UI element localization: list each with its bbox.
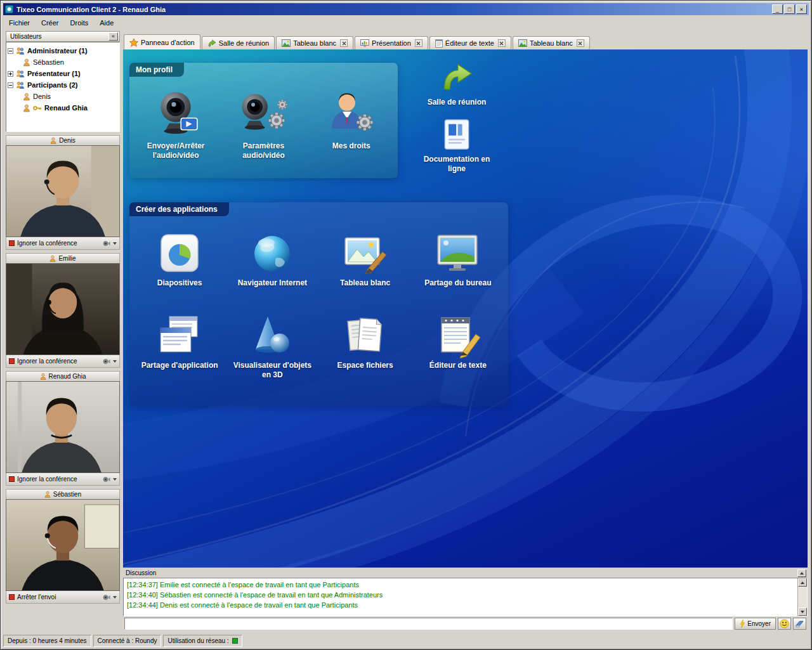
app-icon (5, 5, 13, 13)
users-sidebar: Utilisateurs « Administrateur (1) (6, 31, 120, 633)
tree-item-label: Participants (2) (27, 81, 77, 89)
menu-fichier[interactable]: Fichier (3, 17, 36, 29)
close-icon (499, 41, 504, 46)
clear-chat-button[interactable] (793, 618, 806, 630)
scroll-up-button[interactable] (798, 578, 807, 587)
tree-item-presentateur[interactable]: Présentateur (1) (8, 68, 118, 79)
video-name-bar: Emilie (6, 253, 120, 263)
video-action-label: Ignorer la conférence (17, 358, 77, 365)
app-window: Tixeo Communication Client 2 - Renaud Gh… (0, 0, 812, 650)
video-block-emilie: Emilie Ignorer la confére (6, 253, 120, 368)
tree-item-participants[interactable]: Participants (2) (8, 79, 118, 91)
chevron-down-icon[interactable] (113, 596, 117, 599)
tree-item-label: Administrateur (1) (27, 47, 88, 55)
chevron-down-icon[interactable] (113, 360, 117, 363)
menu-droits[interactable]: Droits (65, 17, 95, 29)
chevron-down-icon[interactable] (113, 478, 117, 481)
user-icon (23, 93, 30, 101)
tab-salle-de-reunion[interactable]: Salle de réunion (202, 36, 275, 49)
chat-scrollbar[interactable] (797, 578, 807, 616)
app-visualisateur-3d[interactable]: Visualisateur d'objets en 3D (226, 305, 318, 380)
tree-item-label: Sébastien (33, 58, 64, 66)
item-label: Diapositives (157, 278, 202, 297)
my-rights-button[interactable]: Mes droits (308, 82, 395, 160)
chat-message: [12:34:40] Sébastien est connecté à l'es… (127, 590, 794, 600)
app-tableau-blanc[interactable]: Tableau blanc (319, 223, 412, 297)
video-block-sebastien: Sébastien Arrêter l'envoi (6, 489, 120, 604)
tab-label: Salle de réunion (219, 39, 270, 47)
ignore-conference-button[interactable]: Ignorer la conférence (6, 355, 120, 368)
tree-item-administrateur[interactable]: Administrateur (1) (8, 45, 118, 56)
av-settings-button[interactable]: Paramètres audio/vidéo (219, 82, 307, 160)
webcam-video (6, 146, 119, 237)
chat-message: [12:34:44] Denis est connecté à l'espace… (127, 600, 794, 610)
tab-editeur-de-texte[interactable]: Éditeur de texte (429, 36, 511, 49)
video-name-bar: Renaud Ghia (6, 371, 120, 381)
tab-close-button[interactable] (498, 39, 506, 47)
eraser-icon (795, 620, 804, 628)
collapse-sidebar-button[interactable]: « (108, 32, 118, 41)
camera-icon (103, 358, 110, 365)
menu-aide[interactable]: Aide (94, 17, 119, 29)
star-icon (129, 38, 138, 47)
tree-item-renaud-ghia[interactable]: Renaud Ghia (8, 102, 118, 114)
profile-items: Envoyer/Arrêter l'audio/vidéo (129, 63, 398, 160)
chat-input[interactable] (124, 618, 733, 630)
connection-status: Connecté à : Roundy (93, 635, 162, 647)
tree-collapse-icon[interactable] (8, 48, 13, 54)
minimize-button[interactable]: _ (772, 4, 783, 14)
app-partage-dapplication[interactable]: Partage d'application (133, 305, 226, 380)
mon-profil-title: Mon profil (129, 63, 184, 77)
picture-icon (518, 39, 527, 47)
send-button[interactable]: Envoyer (735, 618, 776, 630)
menu-creer[interactable]: Créer (36, 17, 65, 29)
tree-item-denis[interactable]: Denis (8, 91, 118, 102)
ignore-conference-button[interactable]: Ignorer la conférence (6, 473, 120, 486)
collapse-discussion-button[interactable] (797, 569, 806, 577)
title-bar[interactable]: Tixeo Communication Client 2 - Renaud Gh… (3, 3, 809, 15)
tree-expand-icon[interactable] (8, 71, 13, 77)
tab-close-button[interactable] (415, 39, 422, 47)
tree-item-sebastien[interactable]: Sébastien (8, 56, 118, 68)
scroll-down-button[interactable] (798, 608, 807, 616)
close-button[interactable]: × (796, 4, 807, 14)
stop-sending-button[interactable]: Arrêter l'envoi (6, 591, 120, 604)
green-arrow-icon (438, 62, 475, 94)
app-espace-fichiers[interactable]: Espace fichiers (319, 305, 412, 380)
users-panel-title: Utilisateurs (10, 33, 41, 40)
stop-icon (9, 476, 15, 482)
webcam-video (6, 264, 119, 354)
meeting-room-shortcut[interactable]: Salle de réunion (415, 62, 499, 107)
chat-messages: [12:34:37] Emilie est connecté à l'espac… (124, 578, 797, 616)
picture-icon (282, 39, 291, 47)
chat-input-row: Envoyer (123, 616, 808, 630)
action-panel-canvas: Mon profil (123, 49, 808, 568)
tab-presentation[interactable]: Présentation (355, 36, 428, 49)
tab-panneau-daction[interactable]: Panneau d'action (124, 34, 200, 49)
tab-close-button[interactable] (577, 39, 584, 47)
text-editor-icon (435, 305, 481, 358)
group-icon (16, 81, 25, 89)
chevron-down-icon[interactable] (113, 242, 117, 245)
video-user-name: Emilie (58, 255, 75, 262)
tab-close-button[interactable] (340, 39, 348, 47)
item-label: Espace fichiers (337, 361, 393, 380)
smiley-icon (780, 619, 789, 628)
app-partage-du-bureau[interactable]: Partage du bureau (412, 223, 504, 297)
item-label: Partage du bureau (424, 278, 491, 297)
tree-collapse-icon[interactable] (8, 82, 13, 88)
tab-tableau-blanc-2[interactable]: Tableau blanc (513, 36, 590, 49)
app-navigateur-internet[interactable]: Navigateur Internet (226, 223, 318, 297)
ignore-conference-button[interactable]: Ignorer la conférence (6, 237, 120, 250)
app-diapositives[interactable]: Diapositives (133, 223, 226, 297)
emoticon-button[interactable] (778, 618, 791, 630)
key-icon (33, 105, 42, 111)
group-icon (16, 70, 25, 78)
app-editeur-de-texte[interactable]: Éditeur de texte (412, 305, 504, 380)
presentation-icon (360, 39, 369, 48)
online-documentation-shortcut[interactable]: Documentation en ligne (415, 118, 499, 174)
send-stop-av-button[interactable]: Envoyer/Arrêter l'audio/vidéo (132, 82, 219, 160)
tab-tableau-blanc-1[interactable]: Tableau blanc (276, 36, 353, 49)
create-applications-title: Créer des applications (129, 202, 229, 216)
maximize-button[interactable]: □ (784, 4, 795, 14)
